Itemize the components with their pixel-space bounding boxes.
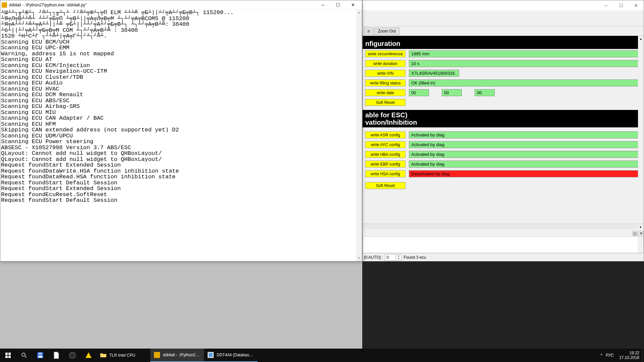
- scroll-up-icon[interactable]: ▴: [356, 10, 362, 15]
- config-row: write circumference1895 mm: [365, 50, 641, 57]
- console-output[interactable]: ┴Ш┴┴┐╥┴Ж┴┐ ┘╩┴┐┐╥┴┐┴ ┘┘╩┴╤Ж┴┐╤П ELM ┴┴┴╩…: [0, 10, 362, 261]
- folder-icon: [99, 351, 107, 359]
- esc-write-button[interactable]: write HBA config: [365, 151, 406, 158]
- show-desktop-button[interactable]: [642, 349, 644, 362]
- console-line: ┴6┴||┴┘╤А┴┘╤Б╤В╤М COM ┴┐┴┘╤А╤В┴╩ : 38400: [1, 27, 361, 34]
- console-line: Scanning ECU Navigation-UCC-ITM: [1, 68, 361, 74]
- svg-point-4: [22, 353, 25, 356]
- taskbar-circle-icon[interactable]: [64, 349, 80, 362]
- close-button[interactable]: ✕: [345, 0, 361, 10]
- console-line: ABSESC - X10527998 Version 3.7 ABS/ESC: [1, 145, 361, 151]
- esc-value-field[interactable]: Deactivated by diag: [409, 170, 641, 177]
- taskbar: TLR Intel CPUddt4all - .\Python27...DDT4…: [0, 349, 644, 362]
- ddt4all-window: ─ ☐ ✕ n Zoom Out nfiguration write circu…: [362, 0, 644, 261]
- esc-write-button[interactable]: write HSA config: [365, 170, 406, 177]
- config-value-field[interactable]: OK (filled in): [409, 79, 641, 86]
- esc-section-line1: able for ESC): [365, 111, 641, 119]
- taskbar-file-icon[interactable]: [48, 349, 64, 362]
- desktop-background[interactable]: [362, 261, 644, 349]
- console-line: Scanning ECU BCM/UCH: [1, 39, 361, 45]
- esc-write-button[interactable]: write ASR config: [365, 131, 406, 138]
- taskbar-app-button[interactable]: ddt4all - .\Python27...: [150, 349, 204, 362]
- panel-close-button[interactable]: ✕: [638, 231, 644, 236]
- soft-reset-button[interactable]: Soft Reset: [365, 99, 406, 106]
- svg-rect-7: [38, 356, 42, 358]
- console-titlebar[interactable]: ddt4all - .\Python27\python.exe .\ddt4al…: [0, 0, 362, 10]
- cmd-icon: [153, 351, 161, 359]
- panel-mini-controls: ◱ ✕: [632, 231, 644, 236]
- esc-value-field[interactable]: Activated by diag: [409, 151, 641, 158]
- circle-icon: [68, 351, 76, 359]
- ddt-vertical-scrollbar[interactable]: ▴ ▾: [638, 36, 644, 247]
- taskbar-app-label: TLR Intel CPU: [109, 353, 135, 358]
- taskbar-app-button[interactable]: DDT4All (Database ...: [204, 349, 258, 362]
- taskbar-save-icon[interactable]: [32, 349, 48, 362]
- console-line: Scanning ECU DCM Renault: [1, 92, 361, 98]
- date-field-2[interactable]: 00: [475, 89, 495, 96]
- console-line: ┴Я╤Л╤В┴┴╩┴ ┴┴┘╤Б╤П ┴╤В┴||╤А╤Л╤В╤М ┴┐┴┘╤А…: [1, 16, 361, 22]
- minimize-button[interactable]: ─: [315, 0, 330, 10]
- ddt-minimize-button[interactable]: ─: [598, 0, 613, 10]
- maximize-button[interactable]: ☐: [330, 0, 345, 10]
- config-write-button[interactable]: write duration: [365, 60, 406, 67]
- panel-float-button[interactable]: ◱: [632, 231, 638, 236]
- ddt-maximize-button[interactable]: ☐: [613, 0, 629, 10]
- console-line: Scanning ECU UDM/UPCU: [1, 133, 361, 139]
- esc-write-button[interactable]: write EBP config: [365, 161, 406, 168]
- search-button[interactable]: [16, 349, 32, 362]
- scroll-down-icon[interactable]: ▾: [356, 255, 362, 261]
- write-date-button[interactable]: write date: [365, 89, 406, 96]
- ddt-zoom-toolbar: n Zoom Out: [363, 26, 644, 36]
- taskbar-clock[interactable]: 19:22 17.10.2018: [616, 351, 642, 360]
- status-spinbox[interactable]: 0 ▴▾: [385, 254, 401, 261]
- console-line: Scanning ECU HFM: [1, 121, 361, 127]
- date-field-0[interactable]: 00: [409, 89, 429, 96]
- console-line: Scanning ECU Audio: [1, 80, 361, 86]
- config-row: write filling statusOK (filled in): [365, 79, 641, 86]
- config-value-field[interactable]: X7L4SRAV451900316: [409, 70, 459, 77]
- config-write-button[interactable]: write circumference: [365, 50, 406, 57]
- console-line: Scanning ECU Cluster/TDB: [1, 74, 361, 80]
- config-value-field[interactable]: 1895 mm: [409, 50, 641, 57]
- ddt-titlebar[interactable]: ─ ☐ ✕: [363, 0, 644, 10]
- svg-line-5: [25, 356, 26, 358]
- spin-up-icon[interactable]: ▴: [396, 254, 401, 257]
- console-app-icon: [2, 2, 7, 8]
- config-write-button[interactable]: write filling status: [365, 79, 406, 86]
- config-row: write duration10 s: [365, 60, 641, 67]
- esc-value-field[interactable]: Activated by diag: [409, 161, 641, 168]
- esc-value-field[interactable]: Activated by diag: [409, 131, 641, 138]
- esc-value-field[interactable]: Activated by diag: [409, 141, 641, 148]
- tray-chevron-icon[interactable]: ^: [600, 353, 602, 358]
- tray-language[interactable]: РУС: [606, 353, 614, 358]
- scroll-up-icon[interactable]: ▴: [638, 36, 644, 42]
- ddt-close-button[interactable]: ✕: [629, 0, 644, 10]
- console-line: Request foundEcuReset.SoftReset: [1, 192, 361, 198]
- svg-rect-12: [209, 353, 213, 357]
- start-button[interactable]: [0, 349, 16, 362]
- esc-section-line2: vation/Inhibition: [365, 119, 641, 126]
- ddt-main-toolbar: [363, 10, 644, 26]
- config-value-field[interactable]: 10 s: [409, 60, 641, 67]
- scroll-right-icon[interactable]: ▸: [638, 224, 644, 229]
- floppy-icon: [36, 351, 44, 359]
- soft-reset-button[interactable]: Soft Reset: [365, 182, 406, 189]
- date-field-1[interactable]: 00: [442, 89, 462, 96]
- configuration-table: write circumference1895 mmwrite duration…: [363, 49, 644, 110]
- zoom-out-button[interactable]: Zoom Out: [374, 27, 399, 35]
- console-line: Request foundStart Default Session: [1, 197, 361, 203]
- ddt-horizontal-scrollbar[interactable]: ▸: [363, 224, 644, 229]
- spin-down-icon[interactable]: ▾: [396, 257, 401, 260]
- search-icon: [20, 351, 28, 359]
- console-scrollbar[interactable]: ▴ ▾: [356, 10, 362, 261]
- taskbar-triangle-icon[interactable]: [80, 349, 97, 362]
- taskbar-app-button[interactable]: TLR Intel CPU: [97, 349, 150, 362]
- esc-write-button[interactable]: write AYC config: [365, 141, 406, 148]
- esc-config-row: write EBP configActivated by diag: [365, 161, 641, 168]
- console-line: QLayout: Cannot add null widget to QHBox…: [1, 150, 361, 157]
- svg-rect-0: [5, 353, 8, 355]
- config-write-button[interactable]: write VIN: [365, 70, 406, 77]
- zoom-in-button-partial[interactable]: n: [364, 27, 374, 35]
- lower-panel-scrollbar[interactable]: [638, 237, 643, 253]
- console-line: Request foundDataRead.HSA function inhib…: [1, 174, 361, 180]
